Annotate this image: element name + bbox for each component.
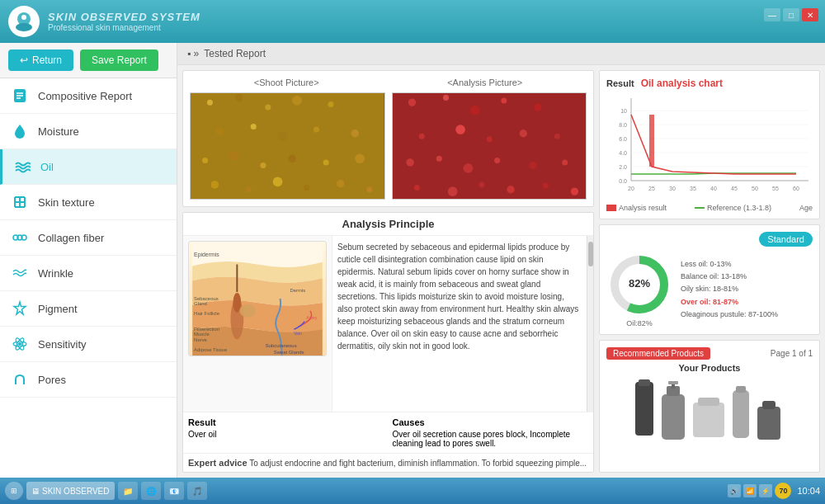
svg-rect-124 — [733, 390, 749, 438]
sidebar-item-collagen[interactable]: Collagen fiber — [0, 220, 177, 256]
svg-point-58 — [406, 158, 413, 166]
svg-text:Dermis: Dermis — [290, 288, 305, 293]
taskbar-item-3[interactable]: 🌐 — [141, 482, 161, 500]
app-logo — [8, 6, 40, 37]
taskbar-item-4[interactable]: 📧 — [164, 482, 184, 500]
taskbar-time: 10:04 — [797, 486, 820, 496]
svg-point-25 — [235, 94, 243, 101]
taskbar-app-item[interactable]: 🖥 SKIN OBSERVED — [26, 482, 115, 500]
sidebar-item-compositive[interactable]: Compositive Report — [0, 78, 177, 114]
svg-point-32 — [314, 127, 319, 133]
donut-chart-wrapper: 82% Oil:82% — [606, 252, 672, 327]
expert-value: To adjust endocrine and fight bacterium,… — [249, 459, 587, 468]
svg-rect-111 — [606, 205, 616, 211]
svg-text:50: 50 — [752, 186, 758, 191]
analysis-diagram: Epidermis Dermis Hair Follicle Sebaceous… — [183, 236, 332, 412]
content-panels: <Shoot Picture> <Analysis Picture> — [177, 65, 825, 478]
result-causes-section: Result Over oil Causes Over oil secretio… — [183, 412, 593, 453]
svg-point-51 — [501, 97, 507, 103]
taskbar-item-5[interactable]: 🎵 — [187, 482, 207, 500]
sidebar-item-oil[interactable]: Oil — [0, 149, 177, 185]
donut-chart: 82% — [606, 252, 672, 318]
sidebar-menu: Compositive Report Moisture Oil — [0, 78, 177, 398]
svg-point-57 — [554, 134, 559, 139]
svg-text:45: 45 — [731, 186, 738, 191]
chart-section: Result Oil analysis chart — [599, 70, 820, 219]
svg-rect-118 — [662, 394, 685, 440]
close-button[interactable]: ✕ — [802, 8, 818, 21]
battery-percent: 70 — [775, 483, 791, 499]
oil-legend: Less oil: 0-13% Balance oil: 13-18% Oily… — [681, 258, 778, 321]
donut-row: 82% Oil:82% Less oil: 0-13% Balance oil:… — [606, 252, 813, 327]
svg-point-42 — [273, 177, 283, 187]
svg-text:8.0: 8.0 — [619, 122, 627, 128]
minimize-button[interactable]: — — [764, 8, 780, 21]
maximize-button[interactable]: □ — [783, 8, 799, 21]
svg-point-56 — [519, 130, 526, 137]
svg-text:Artery: Artery — [306, 316, 318, 320]
svg-rect-47 — [393, 93, 587, 199]
legend-oleaginous: Oleaginous pustule: 87-100% — [681, 309, 778, 321]
result-column: Result Over oil — [188, 417, 384, 448]
taskbar: ⊞ 🖥 SKIN OBSERVED 📁 🌐 📧 🎵 🔊 📶 ⚡ 70 10:04 — [0, 478, 825, 504]
sidebar-item-skin-texture[interactable]: Skin texture — [0, 185, 177, 220]
shoot-image — [190, 92, 385, 200]
page-info: Page 1 of 1 — [771, 349, 813, 358]
svg-point-67 — [507, 186, 514, 193]
return-button[interactable]: ↩ Return — [8, 49, 73, 71]
sidebar-item-pigment[interactable]: Pigment — [0, 291, 177, 327]
analysis-image — [392, 92, 587, 200]
svg-point-53 — [418, 134, 424, 139]
images-section: <Shoot Picture> <Analysis Picture> — [182, 70, 594, 207]
sidebar-item-moisture[interactable]: Moisture — [0, 114, 177, 149]
scrollbar[interactable] — [587, 236, 593, 412]
svg-rect-126 — [757, 407, 780, 440]
taskbar-item-2[interactable]: 📁 — [118, 482, 138, 500]
sidebar-item-wrinkle[interactable]: Wrinkle — [0, 256, 177, 291]
tilde-icon — [10, 263, 30, 283]
svg-text:60: 60 — [793, 186, 799, 191]
svg-text:Nerve: Nerve — [194, 337, 207, 342]
products-header: Recommended Products Page 1 of 1 — [606, 347, 813, 360]
shoot-picture-label: <Shoot Picture> — [254, 78, 319, 87]
sidebar: ↩ Return Save Report Compositive Report … — [0, 43, 177, 478]
svg-point-24 — [207, 100, 213, 106]
reference-legend: Reference (1.3-1.8) — [695, 204, 771, 212]
svg-point-62 — [529, 162, 536, 169]
save-report-button[interactable]: Save Report — [80, 49, 158, 71]
svg-text:Epidermis: Epidermis — [194, 252, 219, 258]
svg-point-31 — [278, 131, 288, 141]
start-button[interactable]: ⊞ — [5, 482, 23, 500]
svg-text:55: 55 — [772, 186, 779, 191]
chart-footer: Analysis result Reference (1.3-1.8) Age — [606, 204, 813, 212]
right-panel: Result Oil analysis chart — [599, 70, 820, 473]
age-label: Age — [799, 204, 813, 212]
legend-over-oil: Over oil: 81-87% — [681, 296, 778, 309]
svg-text:Gland: Gland — [194, 301, 207, 306]
svg-rect-123 — [698, 398, 719, 406]
svg-rect-23 — [191, 93, 384, 199]
svg-point-52 — [534, 103, 541, 111]
sidebar-top-buttons: ↩ Return Save Report — [0, 43, 177, 78]
svg-point-59 — [436, 156, 441, 162]
svg-point-43 — [304, 185, 309, 191]
return-icon: ↩ — [20, 54, 28, 66]
svg-text:Sweat Glands: Sweat Glands — [274, 350, 304, 355]
svg-rect-125 — [736, 386, 746, 393]
svg-point-65 — [447, 186, 457, 196]
products-images — [606, 378, 813, 444]
sidebar-item-pores[interactable]: Pores — [0, 362, 177, 398]
svg-text:Subcutaneous: Subcutaneous — [266, 343, 297, 348]
diagram-image: Epidermis Dermis Hair Follicle Sebaceous… — [188, 241, 327, 356]
chart-result-label: Result — [606, 78, 634, 88]
donut-sublabel: Oil:82% — [606, 319, 672, 327]
causes-value: Over oil secretion cause pores block, In… — [393, 430, 571, 448]
svg-text:Muscle: Muscle — [194, 332, 210, 337]
atom-icon — [10, 334, 30, 354]
arch-icon — [10, 370, 30, 389]
sidebar-item-sensitivity[interactable]: Sensitivity — [0, 327, 177, 362]
result-value: Over oil — [188, 430, 216, 439]
svg-rect-122 — [693, 403, 724, 437]
svg-text:20: 20 — [628, 186, 634, 191]
svg-point-28 — [328, 101, 333, 107]
